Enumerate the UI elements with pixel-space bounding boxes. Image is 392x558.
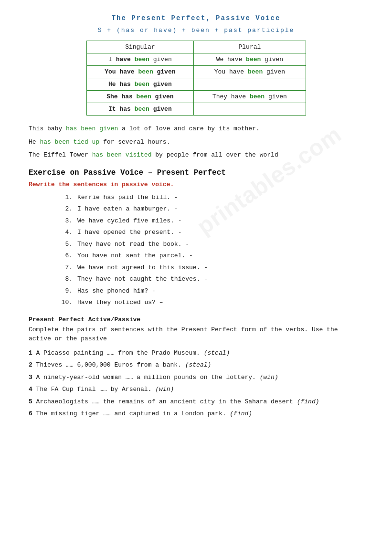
table-cell (194, 78, 306, 91)
list-item: 1.Kerrie has paid the bill. - (57, 193, 363, 202)
table-row: He has been given (86, 78, 306, 91)
ap-item-3: 3 A ninety-year-old woman …… a million p… (29, 373, 363, 382)
ap-item-4: 4 The FA Cup final …… by Arsenal. (win) (29, 385, 363, 394)
example-1: This baby has been given a lot of love a… (29, 124, 363, 134)
ap-item-6: 6 The missing tiger …… and captured in a… (29, 409, 363, 419)
table-cell: You have been given (86, 66, 194, 78)
table-cell: They have been given (194, 91, 306, 103)
page-title: The Present Perfect, Passive Voice (29, 14, 363, 22)
examples-section: This baby has been given a lot of love a… (29, 124, 363, 160)
conjugation-table: Singular Plural I have been given We hav… (86, 41, 306, 116)
active-passive-title: Present Perfect Active/Passive (29, 316, 363, 323)
list-item: 9.Has she phoned him? - (57, 286, 363, 296)
table-cell: It has been given (86, 103, 194, 116)
table-cell (194, 103, 306, 116)
list-item: 5.They have not read the book. - (57, 240, 363, 249)
exercise-title: Exercise on Passive Voice – Present Perf… (29, 168, 363, 177)
table-header-plural: Plural (194, 41, 306, 53)
formula: S + (has or have) + been + past particip… (29, 27, 363, 34)
list-item: 2.I have eaten a hamburger. - (57, 204, 363, 214)
table-cell: We have been given (194, 53, 306, 66)
list-item: 4.I have opened the present. - (57, 228, 363, 237)
table-cell: She has been given (86, 91, 194, 103)
table-row: She has been given They have been given (86, 91, 306, 103)
table-header-singular: Singular (86, 41, 194, 53)
active-passive-instruction: Complete the pairs of sentences with the… (29, 325, 363, 344)
table-cell: I have been given (86, 53, 194, 66)
table-row: I have been given We have been given (86, 53, 306, 66)
example-3: The Eiffel Tower has been visited by peo… (29, 150, 363, 160)
list-item: 10.Have they noticed us? – (57, 298, 363, 307)
ap-item-1: 1 A Picasso painting …… from the Prado M… (29, 348, 363, 358)
table-row: You have been given You have been given (86, 66, 306, 78)
active-passive-section: Present Perfect Active/Passive Complete … (29, 316, 363, 419)
table-cell: You have been given (194, 66, 306, 78)
list-item: 8.They have not caught the thieves. - (57, 274, 363, 284)
ap-item-2: 2 Thieves …… 6,000,000 Euros from a bank… (29, 360, 363, 370)
exercise-instruction: Rewrite the sentences in passive voice. (29, 181, 363, 188)
table-row: It has been given (86, 103, 306, 116)
list-item: 6.You have not sent the parcel. - (57, 251, 363, 261)
table-cell: He has been given (86, 78, 194, 91)
list-item: 7.We have not agreed to this issue. - (57, 263, 363, 273)
list-item: 3.We have cycled five miles. - (57, 216, 363, 226)
exercise-list: 1.Kerrie has paid the bill. - 2.I have e… (57, 193, 363, 307)
example-2: He has been tied up for several hours. (29, 137, 363, 147)
ap-item-5: 5 Archaeologists …… the remains of an an… (29, 397, 363, 407)
